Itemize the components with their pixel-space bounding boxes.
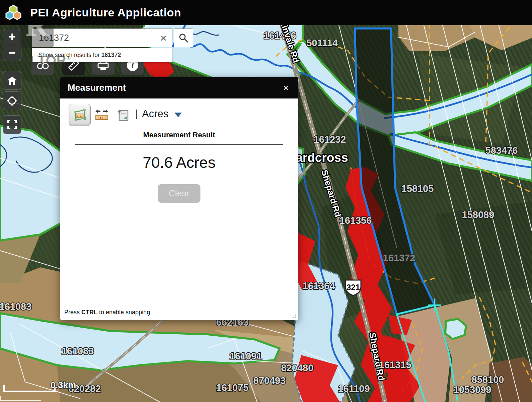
- suggestion-term: 161372: [101, 52, 121, 59]
- search-clear-icon[interactable]: ×: [155, 32, 172, 44]
- map-label: 161083: [62, 346, 94, 356]
- map-label: 158105: [401, 183, 434, 194]
- map-label: 858100: [472, 374, 504, 385]
- ctrl-key-label: CTRL: [81, 309, 97, 316]
- toolbar-separator: |: [135, 108, 138, 119]
- suggestion-text: Show search results for: [39, 52, 100, 59]
- highway-shield-label: 321: [347, 283, 360, 292]
- map-label: 161372: [383, 253, 415, 263]
- search-icon: [178, 33, 188, 43]
- app-header: PEI Agriculture Application: [0, 0, 532, 25]
- measure-distance-icon: [94, 109, 109, 122]
- search-input[interactable]: 161372 ×: [32, 28, 172, 47]
- clear-button[interactable]: Clear: [158, 184, 201, 203]
- close-icon[interactable]: ×: [280, 82, 292, 94]
- search-button[interactable]: [174, 28, 193, 47]
- map-label: 158089: [462, 209, 495, 220]
- fullscreen-icon: [7, 120, 17, 129]
- measure-location-tool-button[interactable]: [117, 109, 129, 123]
- dialog-resize-handle[interactable]: [291, 313, 296, 318]
- zoom-out-button[interactable]: −: [3, 45, 21, 61]
- map-label: 583476: [485, 145, 518, 156]
- unit-selected-value: Acres: [142, 108, 168, 120]
- binoculars-icon: [37, 61, 49, 70]
- map-label: 0.3km: [51, 380, 76, 390]
- map-label: 161232: [314, 134, 346, 145]
- snapping-hint: PressCTRLto enable snapping: [64, 309, 150, 316]
- map-label: 161356: [339, 215, 372, 226]
- chevron-down-icon: [174, 113, 182, 117]
- measure-area-icon: [73, 108, 87, 122]
- measurement-result-heading: Measurement Result: [60, 131, 298, 139]
- measure-area-tool-button[interactable]: [69, 104, 91, 126]
- measurement-dialog-title: Measurement: [68, 83, 126, 93]
- zoom-in-button[interactable]: +: [3, 29, 21, 45]
- locate-crosshair-icon: [7, 95, 17, 106]
- measure-distance-tool-button[interactable]: [94, 109, 109, 123]
- search-suggestion-item[interactable]: Show search results for 161372: [32, 48, 172, 62]
- map-label: 161083: [0, 301, 31, 312]
- pond-right-small: [445, 319, 466, 339]
- svg-text:i: i: [132, 61, 134, 70]
- map-label: 501114: [306, 38, 338, 48]
- map-label: 161091: [230, 351, 262, 361]
- map-label: 161364: [303, 280, 335, 291]
- fullscreen-button[interactable]: [3, 115, 21, 134]
- search-value: 161372: [32, 33, 155, 43]
- map-label: 161109: [338, 383, 370, 394]
- app-title: PEI Agriculture Application: [30, 6, 181, 19]
- map-label: 161315: [379, 359, 411, 370]
- zoom-control: + −: [3, 29, 21, 61]
- map-label: 161075: [216, 382, 249, 393]
- measure-location-icon: [117, 109, 129, 122]
- measurement-dialog: Measurement ×: [60, 77, 298, 320]
- app-logo-icon: [4, 3, 23, 22]
- measurement-result-value: 70.6 Acres: [60, 153, 298, 172]
- home-extent-button[interactable]: [3, 71, 21, 90]
- result-divider: [75, 144, 283, 145]
- map-label: 820480: [281, 362, 314, 373]
- measurement-dialog-header[interactable]: Measurement: [60, 77, 298, 98]
- unit-dropdown[interactable]: Acres: [142, 108, 182, 120]
- map-label: 1053099: [454, 384, 491, 395]
- home-icon: [7, 76, 17, 85]
- app-window: 321 501114161446tinvale Rd161232Cardcros…: [0, 0, 532, 402]
- map-label: 870493: [253, 375, 286, 386]
- my-location-button[interactable]: [3, 91, 21, 110]
